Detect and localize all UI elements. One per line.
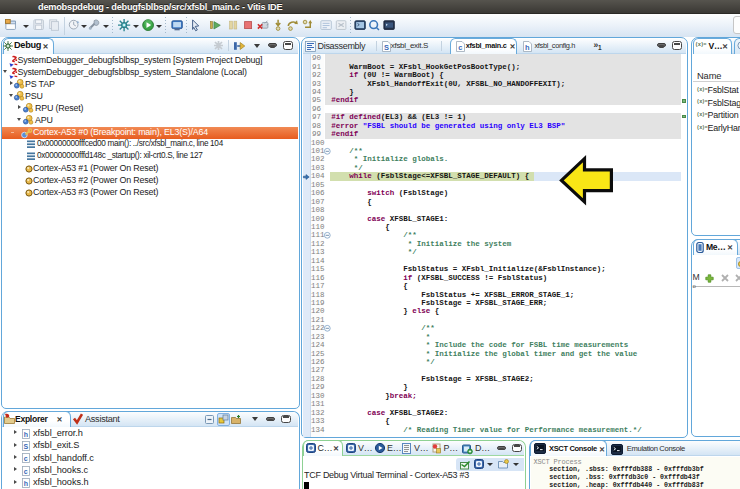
svg-text:S: S <box>23 443 28 450</box>
svg-text:h: h <box>24 480 28 487</box>
svg-text:c: c <box>24 468 28 475</box>
svg-text:S: S <box>383 42 388 51</box>
svg-text:c: c <box>24 455 28 462</box>
svg-text:h: h <box>24 430 28 437</box>
svg-text:h: h <box>525 42 530 51</box>
svg-text:c: c <box>458 42 462 51</box>
